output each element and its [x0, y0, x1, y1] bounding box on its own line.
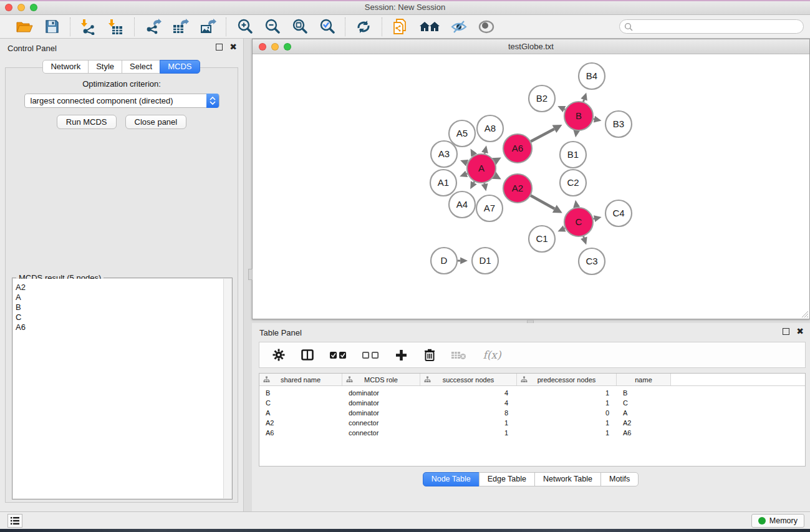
mcds-result-item[interactable]: B [16, 302, 223, 312]
graph-edge-A-A4[interactable] [474, 181, 475, 183]
column-header-successor-nodes[interactable]: successor nodes [420, 374, 517, 385]
search-field[interactable] [619, 19, 804, 34]
table-row[interactable]: Cdominator41C [259, 398, 805, 408]
table-cell[interactable]: 8 [420, 409, 517, 417]
tab-edge-table[interactable]: Edge Table [479, 472, 535, 486]
table-cell[interactable]: C [259, 399, 342, 407]
table-row[interactable]: A6connector11A6 [259, 428, 805, 438]
column-header-predecessor-nodes[interactable]: predecessor nodes [517, 374, 617, 385]
table-cell[interactable]: 1 [517, 399, 617, 407]
table-cell[interactable]: 1 [517, 389, 617, 397]
table-cell[interactable]: dominator [342, 389, 420, 397]
table-cell[interactable]: 4 [420, 399, 517, 407]
table-cell[interactable]: 4 [420, 389, 517, 397]
search-input[interactable] [633, 22, 803, 31]
table-cell[interactable]: 1 [517, 429, 617, 437]
delete-table-icon[interactable] [450, 347, 466, 363]
delete-column-icon[interactable] [422, 347, 438, 363]
column-header-shared-name[interactable]: shared name [259, 374, 342, 385]
left-resize-handle[interactable] [248, 269, 253, 280]
graph-edge-B-B4[interactable] [583, 100, 584, 102]
control-panel-close-icon[interactable]: ✖ [229, 44, 237, 51]
network-canvas[interactable]: B4B2BB3A8A5A6A3B1AA1C2A2A4A7C4CC1DD1C3 [253, 55, 809, 319]
export-table-icon[interactable] [171, 17, 190, 36]
apply-layout-icon[interactable] [354, 17, 373, 36]
zoom-in-icon[interactable] [235, 17, 254, 36]
graph-edge-C-C3[interactable] [584, 236, 584, 238]
table-row[interactable]: A2connector11A2 [259, 418, 805, 428]
export-image-icon[interactable] [198, 17, 217, 36]
table-cell[interactable]: dominator [342, 399, 420, 407]
resize-grip-icon[interactable] [801, 310, 809, 318]
memory-button[interactable]: Memory [751, 514, 804, 528]
desktop-edge [0, 0, 810, 1]
settings-gear-icon[interactable] [271, 347, 287, 363]
control-panel-float-icon[interactable] [216, 44, 223, 51]
add-column-icon[interactable] [393, 347, 409, 363]
import-table-icon[interactable] [107, 17, 125, 36]
close-panel-button[interactable]: Close panel [125, 115, 187, 129]
mcds-result-scrollbar[interactable] [223, 279, 231, 498]
tab-style[interactable]: Style [88, 60, 122, 74]
criterion-value: largest connected component (directed) [25, 96, 173, 105]
tab-node-table[interactable]: Node Table [423, 472, 480, 486]
mcds-result-item[interactable]: A6 [16, 322, 223, 332]
table-cell[interactable]: connector [342, 429, 420, 437]
table-cell[interactable]: A [617, 409, 671, 417]
clone-network-icon[interactable] [391, 17, 410, 36]
import-network-icon[interactable] [79, 17, 98, 36]
network-window-title-bar[interactable]: testGlobe.txt [253, 39, 809, 54]
table-cell[interactable]: connector [342, 419, 420, 427]
mcds-result-item[interactable]: A [16, 293, 223, 302]
select-all-icon[interactable] [328, 347, 348, 363]
table-cell[interactable]: 1 [517, 419, 617, 427]
graph-edge-B-B2[interactable] [564, 109, 565, 110]
birdseye-icon[interactable] [477, 17, 496, 36]
column-header-name[interactable]: name [617, 374, 671, 385]
tab-network-table[interactable]: Network Table [534, 472, 601, 486]
table-cell[interactable]: 0 [517, 409, 617, 417]
tab-motifs[interactable]: Motifs [600, 472, 639, 486]
table-cell[interactable]: B [259, 389, 342, 397]
column-header-mcds-role[interactable]: MCDS role [342, 374, 420, 385]
function-builder-icon[interactable]: f(x) [479, 347, 505, 363]
export-network-icon[interactable] [143, 17, 162, 36]
graph-edge-A2-C[interactable] [531, 196, 554, 209]
table-cell[interactable]: 1 [420, 419, 517, 427]
mcds-result-group: MCDS result (5 nodes) A2ABCA6 [12, 278, 233, 500]
table-row[interactable]: Adominator80A [259, 408, 805, 418]
table-cell[interactable]: A6 [617, 429, 671, 437]
open-file-icon[interactable] [15, 17, 34, 36]
run-mcds-button[interactable]: Run MCDS [57, 115, 117, 129]
hide-details-icon[interactable] [450, 17, 468, 36]
column-visibility-icon[interactable] [299, 347, 316, 363]
table-row[interactable]: Bdominator41B [259, 388, 805, 398]
table-cell[interactable]: C [617, 399, 671, 407]
zoom-out-icon[interactable] [263, 17, 281, 36]
zoom-selected-icon[interactable] [317, 17, 336, 36]
graph-arrowhead [460, 171, 468, 177]
network-graph[interactable]: B4B2BB3A8A5A6A3B1AA1C2A2A4A7C4CC1DD1C3 [253, 55, 809, 319]
zoom-fit-icon[interactable] [290, 17, 309, 36]
show-panels-button[interactable] [7, 514, 22, 528]
table-cell[interactable]: A2 [259, 419, 342, 427]
window-title: Session: New Session [0, 2, 810, 12]
graph-edge-A6-B[interactable] [531, 129, 554, 142]
table-panel-close-icon[interactable]: ✖ [796, 328, 804, 335]
table-cell[interactable]: A6 [259, 429, 342, 437]
tab-select[interactable]: Select [122, 60, 160, 74]
table-cell[interactable]: A2 [617, 419, 671, 427]
mcds-result-item[interactable]: A2 [16, 283, 223, 293]
table-panel-float-icon[interactable] [783, 328, 789, 335]
mcds-result-item[interactable]: C [16, 312, 223, 322]
save-session-icon[interactable] [42, 17, 61, 36]
table-cell[interactable]: A [259, 409, 342, 417]
deselect-all-icon[interactable] [360, 347, 380, 363]
criterion-dropdown[interactable]: largest connected component (directed) [24, 94, 219, 108]
tab-mcds[interactable]: MCDS [160, 60, 200, 74]
tab-network[interactable]: Network [42, 60, 89, 74]
table-cell[interactable]: B [617, 389, 671, 397]
table-cell[interactable]: dominator [342, 409, 420, 417]
table-cell[interactable]: 1 [420, 429, 517, 437]
first-neighbors-icon[interactable] [418, 17, 441, 36]
